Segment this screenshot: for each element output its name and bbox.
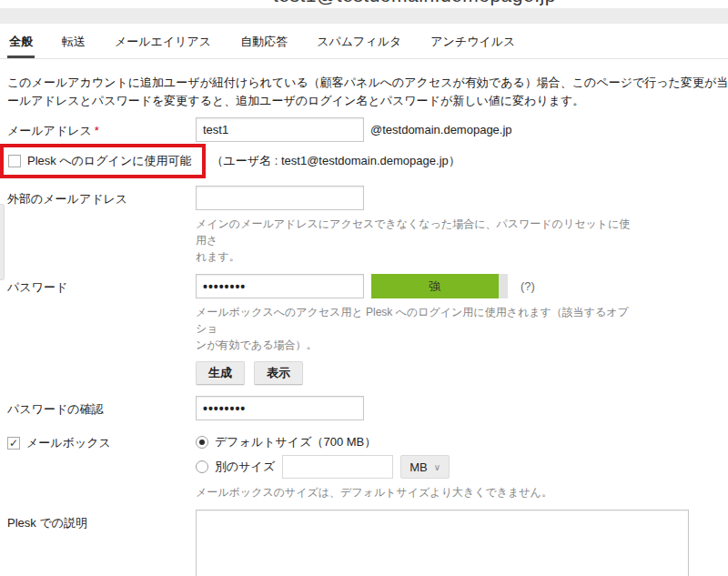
password-help-icon[interactable]: (?) (521, 279, 535, 293)
external-email-label: 外部のメールアドレス (7, 186, 196, 207)
intro-text: このメールアカウントに追加ユーザが紐付けられている（顧客パネルへのアクセスが有効… (7, 74, 721, 110)
tab-forwarding[interactable]: 転送 (60, 29, 87, 58)
default-size-radio[interactable] (196, 436, 208, 449)
size-unit-value: MB (410, 460, 428, 474)
password-strength-fill: 強 (371, 274, 499, 298)
toolbar-band (0, 8, 728, 24)
plesk-login-row: Plesk へのログインに使用可能 （ユーザ名 : test1@testdoma… (7, 144, 721, 178)
username-note: （ユーザ名 : test1@testdomain.demopage.jp） (212, 153, 460, 169)
page-title: test1@testdomain.demopage.jp (273, 0, 556, 6)
page-title-clip: test1@testdomain.demopage.jp (0, 0, 728, 8)
description-row: Plesk での説明 この説明は、このメールアカウントにアクセスできるすべてのユ… (7, 510, 721, 576)
required-asterisk: * (95, 124, 99, 137)
tab-bar: 全般 転送 メールエイリアス 自動応答 スパムフィルタ アンチウイルス (0, 29, 728, 59)
other-size-label: 別のサイズ (215, 459, 275, 475)
password-input[interactable] (196, 274, 364, 298)
tab-auto-reply[interactable]: 自動応答 (238, 29, 289, 58)
description-textarea[interactable] (196, 510, 689, 576)
password-label: パスワード (7, 274, 196, 296)
external-email-input[interactable] (196, 186, 364, 210)
plesk-login-checkbox[interactable] (8, 155, 21, 167)
default-size-label: デフォルトサイズ（700 MB） (215, 434, 376, 450)
tab-general[interactable]: 全般 (7, 29, 35, 58)
generate-password-button[interactable]: 生成 (196, 361, 245, 385)
size-unit-select[interactable]: MB ∨ (400, 455, 450, 479)
password-row: パスワード 強 (?) メールボックスへのアクセス用と Plesk へのログイン… (7, 274, 721, 385)
email-input[interactable] (196, 117, 364, 142)
description-label: Plesk での説明 (7, 510, 196, 531)
external-email-row: 外部のメールアドレス メインのメールアドレスにアクセスできなくなった場合に、パス… (7, 186, 721, 265)
password-strength-label: 強 (429, 278, 440, 295)
chevron-down-icon: ∨ (434, 462, 440, 472)
tab-mail-aliases[interactable]: メールエイリアス (113, 29, 213, 58)
mailbox-label: メールボックス (26, 435, 111, 451)
collapsed-panel-edge (0, 204, 5, 280)
mailbox-row: ✓ メールボックス デフォルトサイズ（700 MB） 別のサイズ MB ∨ (7, 431, 721, 500)
highlight-annotation: Plesk へのログインに使用可能 (0, 144, 206, 178)
email-label: メールアドレス* (7, 117, 196, 139)
plesk-login-label: Plesk へのログインに使用可能 (27, 153, 192, 169)
other-size-radio[interactable] (196, 460, 208, 473)
tab-spam-filter[interactable]: スパムフィルタ (315, 29, 403, 58)
other-size-input[interactable] (282, 455, 393, 479)
password-confirm-label: パスワードの確認 (7, 396, 196, 418)
password-strength-meter: 強 (371, 274, 508, 298)
email-row: メールアドレス* @testdomain.demopage.jp (7, 117, 721, 142)
external-email-help: メインのメールアドレスにアクセスできなくなった場合に、パスワードのリセットに使用… (196, 216, 632, 265)
tab-antivirus[interactable]: アンチウイルス (429, 29, 517, 58)
mailbox-help: メールボックスのサイズは、デフォルトサイズより大きくできません。 (196, 484, 632, 500)
show-password-button[interactable]: 表示 (254, 361, 303, 385)
password-confirm-input[interactable] (196, 396, 364, 420)
mailbox-checkbox[interactable]: ✓ (7, 437, 20, 450)
email-domain-suffix: @testdomain.demopage.jp (370, 123, 512, 136)
password-confirm-row: パスワードの確認 (7, 396, 721, 420)
password-help: メールボックスへのアクセス用と Plesk へのログイン用に使用されます（該当す… (196, 304, 632, 353)
